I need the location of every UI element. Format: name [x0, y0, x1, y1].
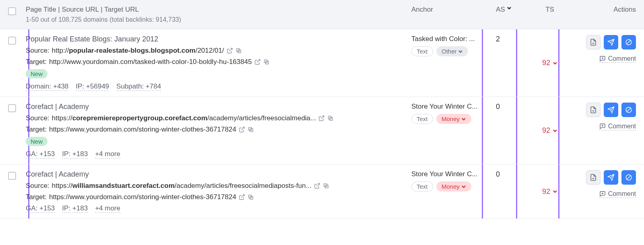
export-button[interactable]	[586, 170, 601, 185]
stats-row: GA: +153IP: +183+4 more	[26, 204, 411, 213]
comment-link[interactable]: Comment	[599, 190, 636, 198]
table-row: Popular Real Estate Blogs: January 2012 …	[0, 29, 644, 97]
stats-row: Domain: +438IP: +56949Subpath: +784	[26, 82, 411, 91]
chevron-down-icon	[553, 128, 557, 133]
stat-link[interactable]: GA: +153	[26, 150, 55, 159]
source-url[interactable]: http://popular-realestate-blogs.blogspot…	[52, 47, 224, 55]
page-title: Corefact | Academy	[26, 103, 411, 111]
new-badge: New	[26, 69, 47, 78]
svg-line-20	[317, 183, 320, 186]
source-line: Source: http://popular-realestate-blogs.…	[26, 47, 411, 55]
svg-line-3	[257, 60, 260, 62]
stat-link[interactable]: +4 more	[95, 150, 120, 159]
stat-link[interactable]: Domain: +438	[26, 82, 68, 91]
ts-value[interactable]: 92	[542, 170, 557, 213]
anchor-text: Tasked with Color: ...	[411, 35, 496, 43]
anchor-text: Store Your Winter C...	[411, 170, 496, 178]
page-title: Popular Real Estate Blogs: January 2012	[26, 35, 411, 43]
table-row: Corefact | Academy Source: https://willi…	[0, 165, 644, 219]
col-main-title: Page Title | Source URL | Target URL	[26, 6, 411, 14]
svg-line-7	[627, 40, 631, 45]
external-link-icon[interactable]	[314, 183, 320, 189]
tag-other[interactable]: Other	[436, 46, 469, 56]
ts-value[interactable]: 92	[542, 103, 557, 159]
copy-icon[interactable]	[248, 126, 254, 133]
external-link-icon[interactable]	[239, 126, 245, 133]
anchor-tags: Text Money	[411, 181, 496, 191]
stat-link[interactable]: +4 more	[95, 204, 120, 213]
source-line: Source: https://corepremierepropertygrou…	[26, 114, 411, 122]
chevron-down-icon	[553, 61, 557, 66]
new-badge: New	[26, 137, 47, 146]
block-button[interactable]	[621, 103, 636, 117]
tag-money[interactable]: Money	[436, 114, 471, 124]
source-url[interactable]: https://williamsandstuart.corefact.com/a…	[52, 182, 312, 190]
table-row: Corefact | Academy Source: https://corep…	[0, 97, 644, 165]
comment-link[interactable]: Comment	[599, 55, 636, 63]
row-checkbox[interactable]	[8, 172, 16, 180]
col-actions-header: Actions	[613, 6, 636, 14]
target-line: Target: https://www.yourdomain.com/stori…	[26, 126, 411, 134]
svg-line-27	[627, 175, 631, 180]
comment-link[interactable]: Comment	[599, 123, 636, 130]
tag-text[interactable]: Text	[411, 114, 433, 124]
select-all-checkbox[interactable]	[8, 7, 16, 15]
col-as-header[interactable]: AS	[496, 6, 528, 14]
as-value: 0	[496, 103, 500, 111]
svg-line-23	[242, 195, 244, 198]
export-button[interactable]	[586, 103, 601, 117]
table-header: Page Title | Source URL | Target URL 1-5…	[0, 0, 644, 29]
block-button[interactable]	[621, 35, 636, 49]
tag-money[interactable]: Money	[436, 181, 471, 191]
anchor-text: Store Your Winter C...	[411, 103, 496, 111]
stat-link[interactable]: IP: +183	[62, 204, 88, 213]
svg-line-0	[229, 48, 232, 51]
row-checkbox[interactable]	[8, 104, 16, 112]
stat-link[interactable]: GA: +153	[26, 204, 55, 213]
send-button[interactable]	[604, 103, 618, 117]
target-url[interactable]: https://www.yourdomain.com/storing-winte…	[49, 126, 236, 134]
col-ts-header: TS	[545, 6, 554, 14]
copy-icon[interactable]	[327, 115, 334, 121]
target-url[interactable]: http://www.yourdomain.com/tasked-with-co…	[49, 58, 252, 66]
as-value: 2	[496, 35, 500, 43]
svg-line-17	[627, 108, 631, 112]
tag-text[interactable]: Text	[411, 46, 433, 56]
chevron-down-icon	[507, 6, 512, 10]
target-line: Target: https://www.yourdomain.com/stori…	[26, 193, 411, 201]
target-url[interactable]: https://www.yourdomain.com/storing-winte…	[49, 193, 236, 201]
anchor-tags: Text Other	[411, 46, 496, 56]
target-line: Target: http://www.yourdomain.com/tasked…	[26, 58, 411, 66]
external-link-icon[interactable]	[254, 59, 261, 65]
page-title: Corefact | Academy	[26, 170, 411, 179]
send-button[interactable]	[604, 35, 618, 49]
copy-icon[interactable]	[263, 59, 270, 65]
stat-link[interactable]: IP: +56949	[76, 82, 109, 91]
stats-row: GA: +153IP: +183+4 more	[26, 150, 411, 159]
chevron-down-icon	[553, 189, 557, 194]
copy-icon[interactable]	[323, 183, 329, 189]
tag-text[interactable]: Text	[411, 181, 433, 191]
ts-value[interactable]: 92	[542, 35, 557, 91]
source-url[interactable]: https://corepremierepropertygroup.corefa…	[52, 114, 316, 122]
export-button[interactable]	[586, 35, 601, 49]
source-line: Source: https://williamsandstuart.corefa…	[26, 182, 411, 190]
external-link-icon[interactable]	[227, 47, 233, 54]
svg-line-10	[321, 116, 324, 119]
row-checkbox[interactable]	[8, 37, 16, 45]
external-link-icon[interactable]	[239, 194, 245, 200]
stat-link[interactable]: Subpath: +784	[116, 82, 161, 91]
as-value: 0	[496, 170, 500, 179]
anchor-tags: Text Money	[411, 114, 496, 124]
copy-icon[interactable]	[235, 47, 242, 54]
copy-icon[interactable]	[248, 194, 254, 200]
block-button[interactable]	[621, 170, 636, 185]
svg-line-13	[242, 127, 244, 130]
send-button[interactable]	[604, 170, 618, 185]
col-anchor-header: Anchor	[411, 6, 496, 14]
external-link-icon[interactable]	[318, 115, 325, 121]
col-main-subtitle: 1-50 out of 108,725 domains (total backl…	[26, 16, 411, 23]
stat-link[interactable]: IP: +183	[62, 150, 88, 159]
